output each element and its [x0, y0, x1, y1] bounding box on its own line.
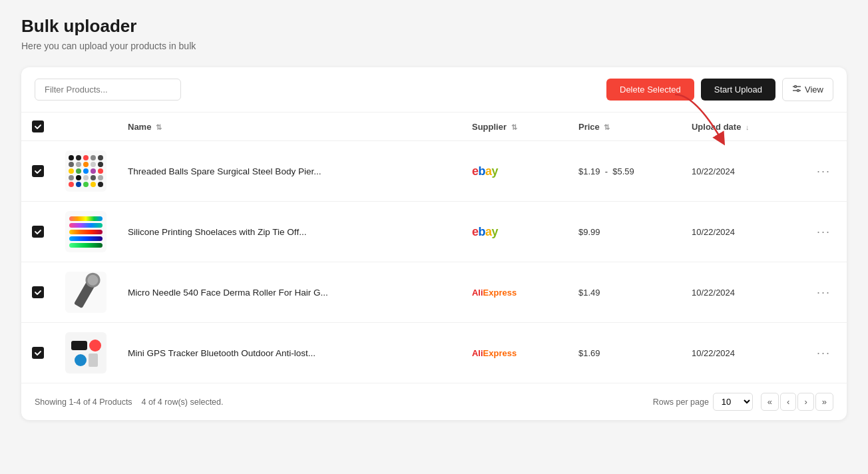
- col-header-actions: [801, 113, 847, 141]
- filter-input[interactable]: [35, 79, 181, 101]
- view-button[interactable]: View: [782, 78, 833, 101]
- row-1-more-button[interactable]: ···: [811, 162, 836, 181]
- delete-selected-button[interactable]: Delete Selected: [606, 79, 694, 101]
- row-2-supplier: ebay: [461, 202, 568, 262]
- next-page-button[interactable]: ›: [797, 393, 813, 411]
- pagination: « ‹ › »: [761, 393, 833, 411]
- row-3-date: 10/22/2024: [681, 262, 801, 323]
- col-header-price[interactable]: Price ⇅: [568, 113, 681, 141]
- rows-per-page: Rows per page 10 25 50 100: [653, 393, 753, 411]
- supplier-sort-icon: ⇅: [511, 123, 517, 132]
- row-4-supplier: AliExpress: [461, 323, 568, 383]
- row-4-more-button[interactable]: ···: [811, 344, 836, 363]
- date-sort-icon: ↓: [746, 123, 750, 131]
- row-2-price: $9.99: [568, 202, 681, 262]
- row-1-image: [55, 141, 117, 202]
- prev-page-button[interactable]: ‹: [780, 393, 796, 411]
- row-3-checkbox[interactable]: [32, 286, 44, 298]
- table-row: Mini GPS Tracker Bluetooth Outdoor Anti-…: [21, 323, 847, 383]
- row-4-price: $1.69: [568, 323, 681, 383]
- row-2-image: [55, 202, 117, 262]
- footer-controls: Rows per page 10 25 50 100 « ‹ › »: [653, 393, 833, 411]
- col-header-date[interactable]: Upload date ↓: [681, 113, 801, 141]
- row-1-check[interactable]: [21, 141, 55, 202]
- row-3-price: $1.49: [568, 262, 681, 323]
- view-label: View: [805, 85, 823, 95]
- col-header-supplier[interactable]: Supplier ⇅: [461, 113, 568, 141]
- toolbar: Delete Selected Start Upload View: [21, 67, 847, 113]
- row-2-name: Silicone Printing Shoelaces with Zip Tie…: [117, 202, 461, 262]
- row-3-supplier: AliExpress: [461, 262, 568, 323]
- row-1-checkbox[interactable]: [32, 165, 44, 177]
- rows-per-page-select[interactable]: 10 25 50 100: [713, 393, 753, 411]
- row-3-check[interactable]: [21, 262, 55, 323]
- select-all-checkbox[interactable]: [32, 120, 44, 132]
- col-header-img: [55, 113, 117, 141]
- row-2-checkbox[interactable]: [32, 226, 44, 238]
- row-4-check[interactable]: [21, 323, 55, 383]
- row-4-image: [55, 323, 117, 383]
- col-header-name[interactable]: Name ⇅: [117, 113, 461, 141]
- row-1-name: Threaded Balls Spare Surgical Steel Body…: [117, 141, 461, 202]
- rows-per-page-label: Rows per page: [653, 397, 709, 407]
- svg-point-3: [797, 90, 799, 92]
- svg-point-1: [795, 86, 797, 88]
- row-2-more-button[interactable]: ···: [811, 222, 836, 242]
- last-page-button[interactable]: »: [815, 393, 833, 411]
- page-subtitle: Here you can upload your products in bul…: [21, 41, 847, 51]
- price-sort-icon: ⇅: [604, 123, 610, 132]
- name-sort-icon: ⇅: [156, 123, 162, 132]
- row-2-date: 10/22/2024: [681, 202, 801, 262]
- toolbar-actions: Delete Selected Start Upload View: [606, 78, 833, 101]
- row-2-actions[interactable]: ···: [801, 202, 847, 262]
- first-page-button[interactable]: «: [761, 393, 779, 411]
- row-2-check[interactable]: [21, 202, 55, 262]
- row-1-price: $1.19 - $5.59: [568, 141, 681, 202]
- table-row: Silicone Printing Shoelaces with Zip Tie…: [21, 202, 847, 262]
- row-3-actions[interactable]: ···: [801, 262, 847, 323]
- row-3-image: [55, 262, 117, 323]
- row-1-date: 10/22/2024: [681, 141, 801, 202]
- row-4-date: 10/22/2024: [681, 323, 801, 383]
- selected-text: 4 of 4 row(s) selected.: [142, 397, 224, 407]
- sliders-icon: [792, 84, 801, 95]
- row-1-supplier: ebay: [461, 141, 568, 202]
- col-header-check[interactable]: [21, 113, 55, 141]
- row-3-more-button[interactable]: ···: [811, 283, 836, 302]
- row-1-actions[interactable]: ···: [801, 141, 847, 202]
- start-upload-button[interactable]: Start Upload: [701, 79, 775, 101]
- table-row: Threaded Balls Spare Surgical Steel Body…: [21, 141, 847, 202]
- row-4-actions[interactable]: ···: [801, 323, 847, 383]
- row-4-name: Mini GPS Tracker Bluetooth Outdoor Anti-…: [117, 323, 461, 383]
- products-table: Name ⇅ Supplier ⇅ Price ⇅ Upload date ↓: [21, 113, 847, 383]
- table-footer: Showing 1-4 of 4 Products 4 of 4 row(s) …: [21, 383, 847, 420]
- row-4-checkbox[interactable]: [32, 347, 44, 359]
- page-title: Bulk uploader: [21, 16, 847, 37]
- table-row: Micro Needle 540 Face Derma Roller For H…: [21, 262, 847, 323]
- footer-info: Showing 1-4 of 4 Products 4 of 4 row(s) …: [35, 397, 224, 407]
- showing-text: Showing 1-4 of 4 Products: [35, 397, 132, 407]
- row-3-name: Micro Needle 540 Face Derma Roller For H…: [117, 262, 461, 323]
